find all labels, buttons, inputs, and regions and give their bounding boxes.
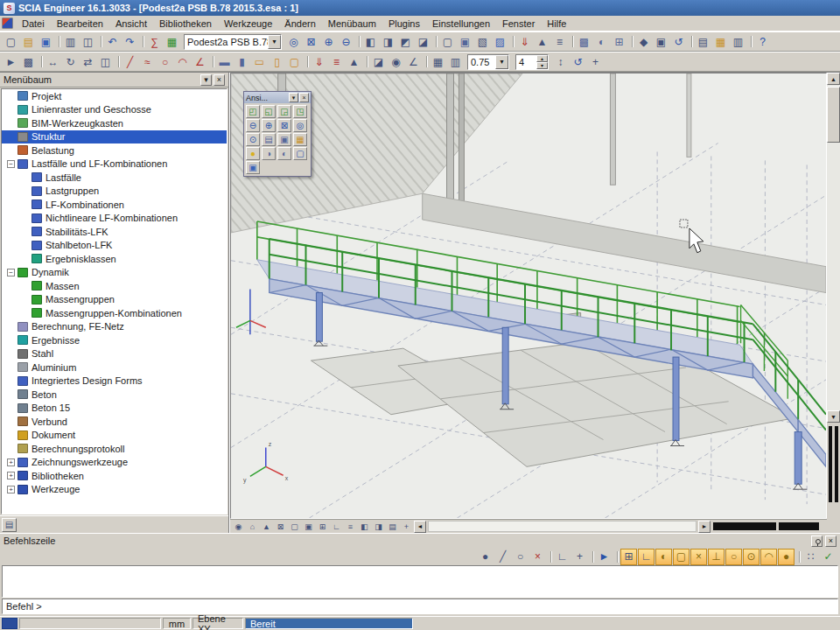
- menu-menuebaum[interactable]: Menübaum: [322, 18, 382, 30]
- activity-icon[interactable]: ◐: [593, 33, 610, 50]
- wire-mode-icon[interactable]: ▢: [288, 521, 301, 533]
- help-icon[interactable]: ?: [754, 33, 771, 50]
- view-side-icon[interactable]: ◨: [380, 33, 396, 50]
- section-icon[interactable]: ◧: [358, 521, 371, 533]
- tree-item-bim-werkzeugkasten[interactable]: BIM-Werkzeugkasten: [2, 116, 227, 130]
- camera-icon[interactable]: ◑: [262, 147, 276, 160]
- gallery-icon[interactable]: ▦: [293, 133, 307, 146]
- image-export-icon[interactable]: ▤: [695, 33, 711, 50]
- tree-item-lf-kombinationen[interactable]: LF-Kombinationen: [2, 198, 227, 212]
- expander-icon[interactable]: −: [7, 269, 15, 276]
- tree-item-lastfaelle[interactable]: Lastfälle: [2, 171, 227, 185]
- snap-line-icon[interactable]: ╱: [494, 549, 511, 565]
- count-spinner[interactable]: 4 ▴ ▾: [515, 54, 549, 70]
- clip-icon[interactable]: ◐: [277, 147, 291, 160]
- menu-datei[interactable]: Datei: [16, 18, 51, 30]
- zoom-window-icon[interactable]: ⊠: [277, 119, 291, 132]
- wire-icon[interactable]: ▢: [293, 147, 307, 160]
- project-combo[interactable]: Podest2a PSB B.78 ▾: [184, 34, 282, 50]
- view-z-icon[interactable]: ◲: [277, 105, 291, 118]
- tree-item-berechnung-protokoll[interactable]: Berechnungsprotokoll: [2, 442, 227, 456]
- scroll-left-icon[interactable]: ◄: [414, 521, 426, 533]
- select-arrow-icon[interactable]: ►: [3, 53, 19, 70]
- snap-orthogonal-icon[interactable]: ⊥: [708, 549, 724, 565]
- model-3d-view[interactable]: z x y: [231, 74, 826, 518]
- save-project-icon[interactable]: ▣: [38, 33, 54, 50]
- wall-icon[interactable]: ▯: [269, 53, 285, 70]
- expander-icon[interactable]: +: [7, 486, 15, 494]
- measure-icon[interactable]: ∠: [405, 53, 422, 70]
- circle-icon[interactable]: ○: [157, 53, 173, 70]
- zoom-all-icon[interactable]: ◎: [293, 119, 307, 132]
- show-supports-icon[interactable]: ▲: [534, 33, 550, 50]
- close-icon[interactable]: ×: [299, 93, 309, 102]
- line-load-icon[interactable]: ≡: [328, 53, 345, 70]
- opening-icon[interactable]: ▢: [286, 53, 303, 70]
- refresh-icon[interactable]: ↺: [570, 53, 586, 70]
- tree-item-werkzeuge[interactable]: + Werkzeuge: [2, 483, 227, 497]
- named-view-icon[interactable]: ▣: [653, 33, 669, 50]
- home-view-icon[interactable]: ⌂: [246, 521, 259, 533]
- print-preview-icon[interactable]: ▤: [262, 133, 276, 146]
- plate-icon[interactable]: ▭: [251, 53, 268, 70]
- print-view-icon[interactable]: ▤: [386, 521, 399, 533]
- perspective-icon[interactable]: ◆: [635, 33, 652, 50]
- section-cut-icon[interactable]: ◪: [370, 53, 387, 70]
- document-icon[interactable]: ▥: [730, 33, 746, 50]
- arc-icon[interactable]: ◠: [174, 53, 191, 70]
- view-y-icon[interactable]: ◱: [262, 105, 276, 118]
- tree-item-ergebnisklassen[interactable]: Ergebnisklassen: [2, 252, 227, 266]
- close-icon[interactable]: ×: [214, 74, 225, 86]
- snap-node-icon[interactable]: ●: [778, 549, 794, 565]
- menu-ansicht[interactable]: Ansicht: [109, 18, 153, 30]
- command-history[interactable]: [2, 565, 838, 598]
- ucs-icon[interactable]: ∟: [554, 549, 570, 565]
- open-project-icon[interactable]: ▤: [20, 33, 37, 50]
- tree-item-berechnung-fe-netz[interactable]: Berechnung, FE-Netz: [2, 320, 227, 334]
- mirror-icon[interactable]: ⇄: [80, 53, 96, 70]
- scale-list-icon[interactable]: ↕: [552, 53, 569, 70]
- zoom-window-icon[interactable]: ⊠: [303, 33, 319, 50]
- view-axo-icon[interactable]: ◳: [293, 105, 307, 118]
- horizontal-pan-widget[interactable]: [711, 521, 827, 533]
- chevron-down-icon[interactable]: ▾: [200, 74, 212, 86]
- menu-aendern[interactable]: Ändern: [278, 18, 321, 30]
- expander-icon[interactable]: +: [7, 458, 15, 466]
- scale-combo[interactable]: 0.75 ▾: [467, 54, 509, 70]
- support-icon[interactable]: ▲: [346, 53, 362, 70]
- render-icon[interactable]: ▣: [246, 161, 260, 174]
- chevron-down-icon[interactable]: ▾: [495, 55, 508, 69]
- axo-view-icon[interactable]: ▲: [260, 521, 273, 533]
- rotate-icon[interactable]: ↻: [62, 53, 79, 70]
- ortho-mode-icon[interactable]: ∟: [638, 549, 654, 565]
- show-labels-icon[interactable]: ≡: [551, 33, 568, 50]
- copy-icon[interactable]: ◫: [97, 53, 114, 70]
- clipping-box-icon[interactable]: ⊞: [611, 33, 627, 50]
- tree-item-nichtlineare-lfk[interactable]: Nichtlineare LF-Kombinationen: [2, 212, 227, 226]
- menu-fenster[interactable]: Fenster: [496, 18, 541, 30]
- light-icon[interactable]: ●: [246, 147, 260, 160]
- line-icon[interactable]: ╱: [122, 53, 138, 70]
- tree-item-lastgruppen[interactable]: Lastgruppen: [2, 185, 227, 199]
- expander-icon[interactable]: −: [7, 160, 15, 168]
- menu-plugins[interactable]: Plugins: [382, 18, 426, 30]
- cursor-mode-icon[interactable]: ►: [596, 549, 612, 565]
- zoom-out-icon[interactable]: ⊖: [338, 33, 354, 50]
- vertical-pan-widget[interactable]: [827, 423, 840, 506]
- tree-item-design-forms[interactable]: Integriertes Design Forms: [2, 374, 227, 388]
- tree-item-beton-15[interactable]: Beton 15: [2, 402, 227, 416]
- tree-item-stahlbeton-lfk[interactable]: Stahlbeton-LFK: [2, 239, 227, 253]
- scroll-up-icon[interactable]: ▲: [827, 73, 840, 85]
- zoom-all-icon[interactable]: ◎: [285, 33, 302, 50]
- column-icon[interactable]: ▮: [234, 53, 250, 70]
- solid-mode-icon[interactable]: ▣: [302, 521, 315, 533]
- snap-cross-icon[interactable]: ×: [529, 549, 546, 565]
- status-plane[interactable]: Ebene XY: [192, 618, 243, 629]
- hidden-lines-icon[interactable]: ▧: [474, 33, 491, 50]
- expander-icon[interactable]: +: [7, 472, 15, 480]
- tree-item-belastung[interactable]: Belastung: [2, 144, 227, 158]
- tree-item-zeichnungswerkzeuge[interactable]: + Zeichnungswerkzeuge: [2, 456, 227, 470]
- snap-midpoint-icon[interactable]: ◐: [655, 549, 672, 565]
- tree-item-beton[interactable]: Beton: [2, 388, 227, 402]
- new-project-icon[interactable]: ▢: [3, 33, 19, 50]
